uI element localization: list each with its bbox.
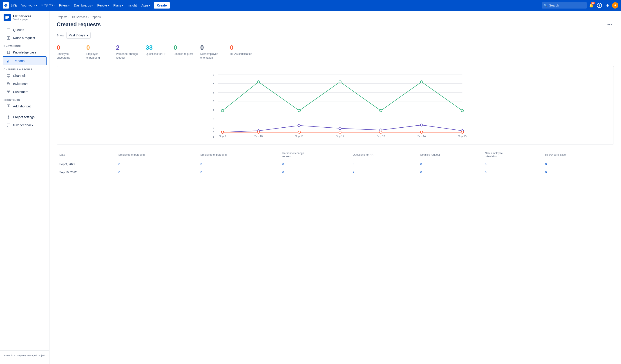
- metric-value: 0: [230, 44, 252, 51]
- project-icon: [4, 14, 11, 21]
- svg-rect-13: [7, 74, 10, 77]
- col-employee-onboarding: Employee onboarding: [116, 150, 198, 160]
- metric-label: Personnel change request: [116, 52, 138, 60]
- sidebar-item-project-settings[interactable]: Project settings: [3, 113, 47, 121]
- user-plus-icon: [6, 82, 11, 86]
- svg-rect-11: [9, 60, 9, 63]
- svg-text:8: 8: [213, 73, 214, 76]
- cell-value: 0: [280, 160, 350, 168]
- plus-square-icon: [6, 104, 11, 109]
- breadcrumb-projects[interactable]: Projects: [57, 15, 67, 19]
- svg-text:3: 3: [213, 117, 214, 120]
- message-icon: [6, 123, 11, 127]
- svg-text:0: 0: [213, 131, 214, 133]
- search-input[interactable]: [542, 2, 587, 9]
- svg-text:Sep 14: Sep 14: [417, 134, 426, 137]
- sidebar-item-give-feedback[interactable]: Give feedback: [3, 121, 47, 129]
- sidebar-item-knowledge-base[interactable]: Knowledge base: [3, 48, 47, 56]
- jira-logo-text: Jira: [10, 3, 17, 7]
- settings-icon: [6, 115, 11, 119]
- sidebar-item-invite-team[interactable]: Invite team: [3, 80, 47, 88]
- project-type: Service project: [13, 18, 32, 21]
- svg-text:Sep 9: Sep 9: [219, 134, 226, 137]
- sidebar-item-raise-request[interactable]: Raise a request: [3, 34, 47, 42]
- projects-menu[interactable]: Projects ▾: [40, 2, 56, 8]
- svg-text:Sep 10: Sep 10: [254, 134, 263, 137]
- col-employee-offboarding: Employee offboarding: [198, 150, 280, 160]
- svg-rect-1: [5, 17, 9, 18]
- col-emailed-request: Emailed request: [418, 150, 482, 160]
- svg-rect-2: [5, 18, 8, 19]
- breadcrumb-hr-services[interactable]: HR Services: [71, 15, 87, 19]
- filters-menu[interactable]: Filters ▾: [57, 3, 71, 8]
- svg-point-58: [298, 131, 301, 133]
- svg-rect-10: [7, 61, 8, 63]
- company-managed-text: You're in a company-managed project: [1, 352, 48, 359]
- sidebar-item-queues[interactable]: Queues: [3, 26, 47, 34]
- people-menu[interactable]: People ▾: [95, 3, 111, 8]
- page-title: Created requests: [57, 21, 101, 28]
- breadcrumb-current: Reports: [90, 15, 101, 19]
- svg-point-24: [8, 117, 9, 118]
- cell-value: 7: [350, 168, 418, 176]
- svg-point-20: [9, 91, 10, 92]
- svg-text:Sep 15: Sep 15: [458, 134, 467, 137]
- metric-item: 0 Employee onboarding: [57, 44, 79, 60]
- project-name: HR Services: [13, 14, 32, 18]
- queues-label: Queues: [13, 28, 24, 32]
- customers-label: Customers: [13, 90, 28, 94]
- cell-date: Sep 9, 2022: [57, 160, 116, 168]
- sidebar-item-add-shortcut[interactable]: Add shortcut: [3, 102, 47, 110]
- svg-text:6: 6: [213, 91, 214, 94]
- settings-button[interactable]: ⚙: [604, 2, 611, 9]
- more-options-button[interactable]: •••: [605, 21, 614, 28]
- avatar[interactable]: A: [612, 2, 618, 9]
- plus-circle-icon: [6, 36, 11, 40]
- svg-point-59: [339, 131, 341, 133]
- invite-team-label: Invite team: [13, 82, 28, 86]
- sidebar-item-customers[interactable]: Customers: [3, 88, 47, 96]
- list-icon: [6, 28, 11, 32]
- svg-text:5: 5: [213, 100, 214, 103]
- cell-value: 0: [198, 168, 280, 176]
- cell-value: 0: [116, 160, 198, 168]
- svg-point-19: [7, 91, 9, 92]
- plans-menu[interactable]: Plans ▾: [112, 3, 125, 8]
- sidebar-item-channels[interactable]: Channels: [3, 72, 47, 80]
- your-work-menu[interactable]: Your work ▾: [19, 3, 39, 8]
- breadcrumb: Projects / HR Services / Reports: [57, 15, 614, 19]
- svg-rect-4: [7, 30, 10, 30]
- period-value: Past 7 days: [69, 33, 85, 37]
- svg-rect-12: [10, 60, 10, 63]
- cell-value: 0: [198, 160, 280, 168]
- col-hipaa: HIPAA certification: [542, 150, 614, 160]
- search-wrap: 🔍: [542, 2, 587, 9]
- col-personnel-change: Personnel changerequest: [280, 150, 350, 160]
- svg-point-57: [257, 131, 260, 133]
- cell-value: 0: [542, 168, 614, 176]
- notifications-button[interactable]: 🔔 9+: [588, 2, 595, 9]
- metric-label: Emailed request: [173, 52, 193, 56]
- svg-text:Sep 11: Sep 11: [295, 134, 303, 137]
- svg-text:Sep 13: Sep 13: [377, 134, 385, 137]
- logo[interactable]: Jira: [3, 2, 17, 9]
- apps-menu[interactable]: Apps ▾: [139, 3, 152, 8]
- metric-label: Questions for HR: [146, 52, 166, 56]
- dashboards-menu[interactable]: Dashboards ▾: [72, 3, 95, 8]
- chart-container: 8 7 6 5 4 3 2 1 0: [57, 66, 614, 145]
- raise-request-label: Raise a request: [13, 36, 35, 40]
- reports-label: Reports: [14, 59, 24, 63]
- show-filter: Show Past 7 days ▾: [57, 32, 614, 39]
- help-button[interactable]: ?: [596, 2, 603, 9]
- svg-point-51: [298, 124, 301, 127]
- search-icon: 🔍: [544, 4, 548, 7]
- cell-date: Sep 10, 2022: [57, 168, 116, 176]
- sidebar-item-reports[interactable]: Reports: [3, 56, 47, 65]
- svg-text:7: 7: [213, 82, 214, 85]
- main-content: Projects / HR Services / Reports Created…: [50, 11, 621, 364]
- svg-point-62: [461, 131, 464, 133]
- svg-point-46: [380, 109, 382, 112]
- insight-menu[interactable]: Insight: [126, 3, 138, 8]
- period-dropdown[interactable]: Past 7 days ▾: [66, 32, 91, 39]
- create-button[interactable]: Create: [154, 2, 170, 9]
